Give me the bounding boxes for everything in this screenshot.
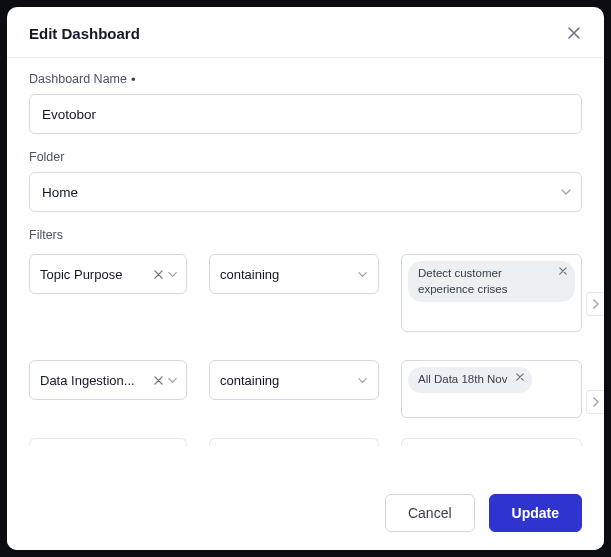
filter-value-tag-text: Detect customer experience crises	[418, 266, 551, 297]
modal-body: Dashboard Name • Folder Home Filters	[7, 58, 604, 480]
filter-row: Topic Purpose containing	[29, 254, 582, 332]
filter-operator-value: containing	[220, 267, 279, 282]
filter-field-select[interactable]: Data Ingestion...	[29, 360, 187, 400]
chevron-down-icon	[357, 375, 368, 386]
filter-value-tag: All Data 18th Nov	[408, 367, 532, 393]
modal-footer: Cancel Update	[7, 480, 604, 550]
filter-operator-select[interactable]: containing	[209, 254, 379, 294]
filter-values-box[interactable]: All Data 18th Nov	[401, 360, 582, 418]
peek-cell	[209, 438, 379, 446]
peek-cell	[401, 438, 582, 446]
filters-label-text: Filters	[29, 228, 63, 242]
clear-filter-field-icon[interactable]	[154, 376, 163, 385]
filter-operator-select[interactable]: containing	[209, 360, 379, 400]
filter-operator-value: containing	[220, 373, 279, 388]
filter-row-peek	[29, 438, 582, 446]
folder-value-text: Home	[42, 185, 78, 200]
folder-select[interactable]: Home	[29, 172, 582, 212]
filter-value-tag: Detect customer experience crises	[408, 261, 575, 302]
filter-field-value: Data Ingestion...	[40, 373, 154, 388]
cancel-button[interactable]: Cancel	[385, 494, 475, 532]
close-button[interactable]	[564, 23, 584, 43]
chevron-down-icon	[167, 375, 178, 386]
remove-tag-icon[interactable]	[516, 373, 524, 381]
peek-cell	[29, 438, 187, 446]
update-button[interactable]: Update	[489, 494, 582, 532]
folder-group: Folder Home	[29, 150, 582, 212]
row-expand-handle[interactable]	[586, 390, 604, 414]
dashboard-name-input[interactable]	[29, 94, 582, 134]
folder-label-text: Folder	[29, 150, 64, 164]
filters-label: Filters	[29, 228, 582, 242]
clear-filter-field-icon[interactable]	[154, 270, 163, 279]
folder-select-value: Home	[29, 172, 582, 212]
folder-label: Folder	[29, 150, 582, 164]
edit-dashboard-modal: Edit Dashboard Dashboard Name • Folder H…	[7, 7, 604, 550]
close-icon	[567, 26, 581, 40]
remove-tag-icon[interactable]	[559, 267, 567, 275]
required-indicator: •	[131, 73, 136, 86]
filter-field-select[interactable]: Topic Purpose	[29, 254, 187, 294]
chevron-down-icon	[167, 269, 178, 280]
modal-title: Edit Dashboard	[29, 25, 140, 42]
row-expand-handle[interactable]	[586, 292, 604, 316]
dashboard-name-group: Dashboard Name •	[29, 72, 582, 134]
filter-value-tag-text: All Data 18th Nov	[418, 372, 508, 388]
chevron-down-icon	[357, 269, 368, 280]
filter-row: Data Ingestion... containing	[29, 360, 582, 418]
filter-values-box[interactable]: Detect customer experience crises	[401, 254, 582, 332]
dashboard-name-label-text: Dashboard Name	[29, 72, 127, 86]
filter-field-value: Topic Purpose	[40, 267, 154, 282]
chevron-right-icon	[592, 397, 600, 407]
chevron-right-icon	[592, 299, 600, 309]
modal-header: Edit Dashboard	[7, 7, 604, 58]
filters-section: Filters Topic Purpose	[29, 228, 582, 446]
dashboard-name-label: Dashboard Name •	[29, 72, 582, 86]
